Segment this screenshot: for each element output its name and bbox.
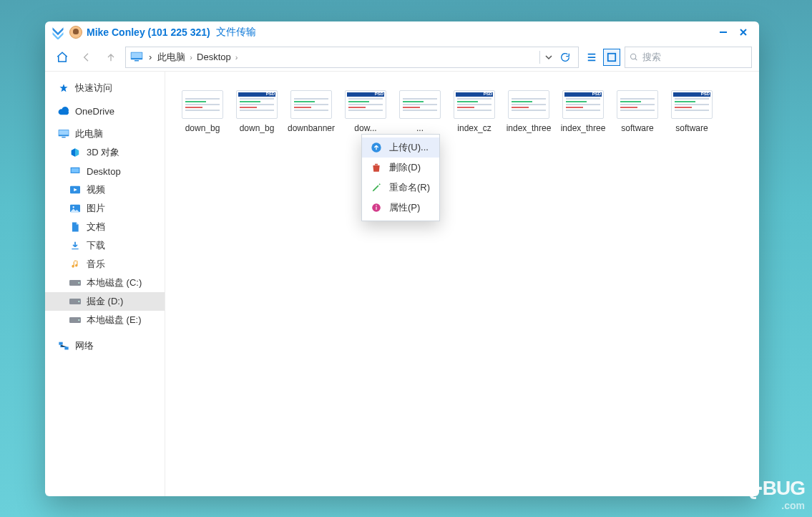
- svg-point-13: [73, 206, 74, 208]
- svg-rect-2: [132, 52, 142, 58]
- sidebar: 快速访问 OneDrive 此电脑 3D 对象 Desktop: [45, 72, 165, 496]
- sidebar-item-label: 快速访问: [75, 82, 112, 95]
- sidebar-item-label: 文档: [87, 221, 105, 233]
- file-thumbnail: [399, 90, 441, 119]
- context-menu-rename[interactable]: 重命名(R): [362, 178, 439, 198]
- context-menu-label: 重命名(R): [389, 181, 430, 194]
- file-item[interactable]: PSDindex_cz: [447, 90, 502, 133]
- file-name: down_bg: [240, 123, 275, 133]
- refresh-button[interactable]: [557, 49, 574, 66]
- file-item[interactable]: software: [610, 90, 665, 133]
- context-menu-upload[interactable]: 上传(U)...: [362, 137, 439, 158]
- sidebar-item-drive-d[interactable]: 掘金 (D:): [45, 292, 165, 311]
- file-item[interactable]: PSDdow...: [338, 90, 393, 133]
- content-area[interactable]: down_bgPSDdown_bgdownbannerPSDdow......P…: [165, 72, 759, 496]
- file-item[interactable]: PSDindex_three: [556, 90, 610, 133]
- sidebar-item-this-pc[interactable]: 此电脑: [45, 125, 165, 143]
- file-item[interactable]: ...: [393, 90, 447, 133]
- network-icon: [58, 340, 69, 352]
- address-bar[interactable]: › 此电脑 › Desktop ›: [125, 47, 579, 68]
- watermark-text: Q·BUG: [743, 477, 805, 499]
- view-large-icons-button[interactable]: [603, 49, 620, 66]
- file-thumbnail: [617, 90, 658, 119]
- sidebar-item-label: 图片: [87, 202, 105, 215]
- close-button[interactable]: [733, 24, 753, 41]
- breadcrumb-item[interactable]: 此电脑: [157, 51, 185, 64]
- file-item[interactable]: PSDsoftware: [665, 90, 719, 133]
- file-name: dow...: [354, 123, 376, 133]
- view-list-button[interactable]: [583, 49, 600, 66]
- drive-icon: [69, 314, 81, 326]
- svg-rect-10: [72, 168, 79, 173]
- picture-icon: [69, 203, 81, 214]
- psd-badge: PSD: [266, 92, 275, 96]
- sidebar-item-label: 网络: [75, 339, 94, 352]
- psd-badge: PSD: [484, 92, 492, 96]
- download-icon: [69, 240, 81, 251]
- sidebar-item-drive-e[interactable]: 本地磁盘 (E:): [45, 311, 165, 329]
- home-button[interactable]: [52, 47, 72, 67]
- sidebar-item-label: 本地磁盘 (C:): [87, 276, 142, 289]
- file-thumbnail: [290, 90, 332, 119]
- sidebar-item-pictures[interactable]: 图片: [45, 199, 165, 218]
- sidebar-item-desktop[interactable]: Desktop: [45, 162, 165, 180]
- search-box[interactable]: [625, 47, 752, 68]
- file-thumbnail: PSD: [562, 90, 604, 119]
- sidebar-item-documents[interactable]: 文档: [45, 218, 165, 236]
- toolbar: › 此电脑 › Desktop ›: [45, 43, 759, 72]
- sidebar-item-3d-objects[interactable]: 3D 对象: [45, 143, 165, 162]
- file-thumbnail: PSD: [345, 90, 386, 119]
- sidebar-item-drive-c[interactable]: 本地磁盘 (C:): [45, 274, 165, 292]
- chevron-right-icon: ›: [235, 53, 238, 62]
- sidebar-item-downloads[interactable]: 下载: [45, 236, 165, 255]
- context-menu-label: 上传(U)...: [389, 141, 429, 154]
- titlebar: Mike Conley (101 225 321) 文件传输: [45, 21, 759, 43]
- drive-icon: [69, 277, 81, 289]
- sidebar-item-network[interactable]: 网络: [45, 337, 165, 355]
- view-buttons: [583, 49, 620, 66]
- upload-icon: [371, 142, 382, 153]
- svg-rect-3: [134, 60, 139, 62]
- breadcrumb-item[interactable]: Desktop: [197, 52, 231, 62]
- sidebar-item-videos[interactable]: 视频: [45, 180, 165, 199]
- sidebar-item-label: 此电脑: [75, 127, 103, 140]
- sidebar-item-label: 视频: [87, 183, 105, 196]
- svg-point-20: [78, 319, 79, 321]
- file-name: index_three: [507, 123, 552, 133]
- file-item[interactable]: PSDdown_bg: [230, 90, 284, 133]
- file-grid: down_bgPSDdown_bgdownbannerPSDdow......P…: [175, 90, 749, 143]
- svg-point-16: [78, 282, 79, 284]
- context-menu-label: 属性(P): [389, 201, 420, 214]
- search-icon: [630, 52, 638, 62]
- context-menu-label: 删除(D): [389, 161, 421, 174]
- chevron-right-icon: ›: [149, 52, 152, 62]
- sidebar-item-music[interactable]: 音乐: [45, 255, 165, 274]
- sidebar-item-label: 本地磁盘 (E:): [87, 314, 142, 327]
- up-button[interactable]: [101, 47, 121, 67]
- file-thumbnail: [182, 90, 223, 119]
- star-icon: [58, 82, 69, 94]
- svg-rect-25: [376, 207, 376, 210]
- search-input[interactable]: [642, 52, 747, 62]
- file-item[interactable]: index_three: [502, 90, 556, 133]
- sidebar-item-onedrive[interactable]: OneDrive: [45, 102, 165, 120]
- svg-rect-8: [62, 137, 65, 137]
- file-thumbnail: PSD: [236, 90, 278, 119]
- psd-badge: PSD: [701, 92, 710, 96]
- minimize-button[interactable]: [713, 24, 733, 41]
- music-icon: [69, 258, 81, 270]
- svg-rect-14: [72, 248, 78, 249]
- sidebar-item-label: OneDrive: [75, 106, 114, 117]
- sidebar-item-label: 音乐: [87, 258, 105, 271]
- back-button[interactable]: [77, 47, 97, 67]
- document-icon: [69, 221, 81, 233]
- sidebar-item-quick-access[interactable]: 快速访问: [45, 79, 165, 97]
- file-item[interactable]: downbanner: [284, 90, 338, 133]
- context-menu-delete[interactable]: 删除(D): [362, 158, 439, 178]
- context-menu-properties[interactable]: 属性(P): [362, 198, 439, 218]
- drive-icon: [69, 296, 81, 307]
- svg-rect-21: [59, 342, 62, 345]
- pc-icon: [130, 52, 143, 63]
- file-item[interactable]: down_bg: [175, 90, 230, 133]
- address-dropdown[interactable]: [539, 51, 552, 64]
